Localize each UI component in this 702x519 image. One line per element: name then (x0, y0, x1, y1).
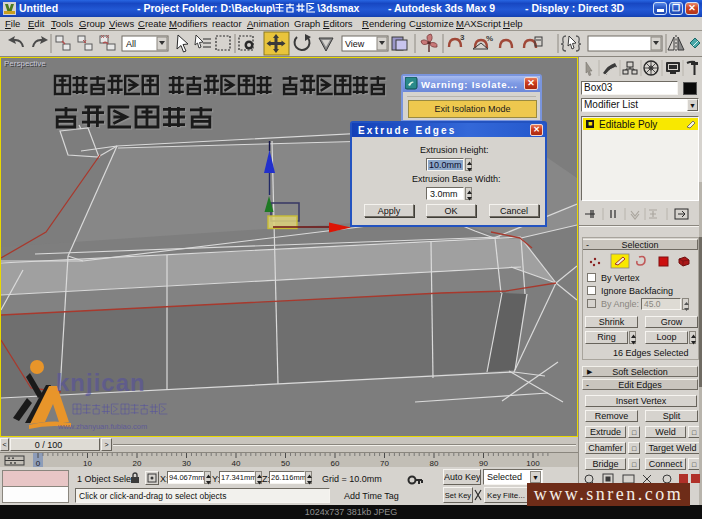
svg-text:www.zhanyuan.fubiao.com: www.zhanyuan.fubiao.com (57, 422, 147, 431)
svg-text:knjican: knjican (56, 369, 146, 396)
svg-text:All: All (126, 39, 136, 49)
svg-text:View: View (345, 39, 365, 49)
svg-text:%: % (486, 34, 493, 43)
svg-text:3: 3 (460, 33, 465, 42)
